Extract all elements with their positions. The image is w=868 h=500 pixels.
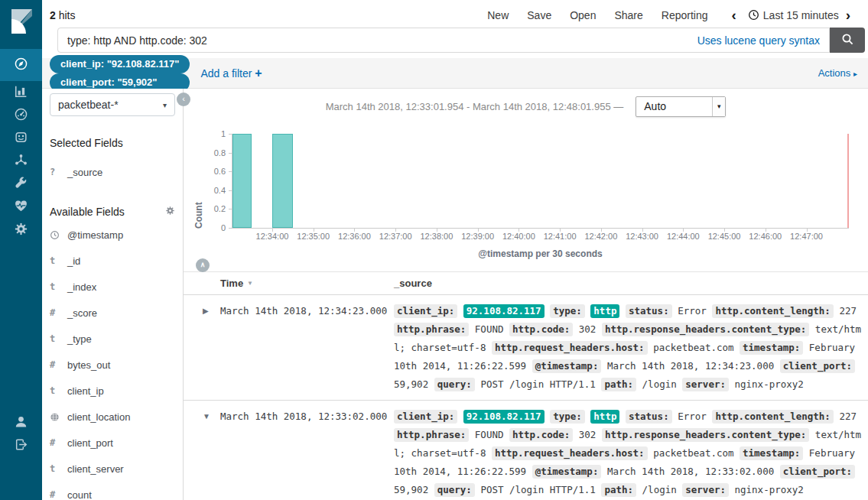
x-tick-label: 12:37:00	[379, 232, 412, 241]
nav-item-dev-tools[interactable]	[0, 173, 42, 196]
mask-icon	[14, 130, 28, 148]
table-row: ▼March 14th 2018, 12:33:02.000client_ip:…	[184, 401, 868, 500]
collapse-row-icon[interactable]: ▼	[203, 412, 210, 420]
field-key-badge: http.phrase:	[394, 428, 469, 442]
field-key-badge: client_port:	[780, 359, 855, 373]
field-type-icon: t	[50, 333, 67, 344]
nav-item-monitoring[interactable]	[0, 196, 42, 219]
field-key-badge: http.content_length:	[712, 410, 834, 424]
x-tick-label: 12:34:00	[256, 232, 289, 241]
field-key-badge: path:	[601, 378, 636, 391]
chart-header: March 14th 2018, 12:33:01.954 - March 14…	[184, 96, 868, 117]
globe-icon	[50, 412, 67, 422]
lucene-syntax-link[interactable]: Uses lucene query syntax	[697, 34, 820, 47]
field-type-icon: #	[50, 437, 67, 448]
gauge-icon	[14, 107, 28, 125]
index-pattern-selector[interactable]: packetbeat-* ▾	[50, 93, 175, 116]
plus-icon: +	[255, 67, 262, 80]
field-item-count[interactable]: #count	[50, 482, 175, 500]
filter-pill-0[interactable]: client_ip: "92.108.82.117"	[50, 55, 190, 73]
field-type-icon: t	[50, 281, 67, 292]
y-tick-label: 0.4	[201, 186, 226, 195]
exit-icon	[14, 437, 28, 455]
search-button[interactable]	[830, 28, 865, 53]
field-item-clientport[interactable]: #client_port	[50, 430, 175, 456]
nav-item-machine-learning[interactable]	[0, 150, 42, 173]
kibana-logo[interactable]	[0, 0, 42, 42]
field-key-badge: client_ip:	[394, 410, 457, 424]
field-item-source[interactable]: ?_source	[50, 159, 175, 185]
field-item-timestamp[interactable]: @timestamp	[50, 222, 175, 248]
fields-sidebar: packetbeat-* ▾ Selected Fields ?_source …	[42, 89, 184, 500]
field-value: packetbeat.com	[653, 447, 733, 459]
time-column-header[interactable]: Time▼	[220, 278, 394, 289]
nav-item-dashboard[interactable]	[0, 104, 42, 127]
y-tick-label: 0.6	[201, 167, 226, 176]
user-icon	[14, 414, 28, 432]
field-value: /login	[642, 484, 677, 495]
field-value: Error	[678, 411, 707, 422]
x-axis-label: @timestamp per 30 seconds	[232, 248, 849, 259]
field-item-id[interactable]: t_id	[50, 248, 175, 274]
histogram-bar[interactable]	[232, 134, 252, 228]
filter-pills: client_ip: "92.108.82.117"client_port: "…	[50, 55, 199, 92]
field-item-clientip[interactable]: tclient_ip	[50, 378, 175, 404]
heartbeat-icon	[14, 199, 28, 216]
field-name: @timestamp	[67, 229, 123, 241]
nav-item-management[interactable]	[0, 219, 42, 242]
nav-item-discover[interactable]	[0, 49, 42, 81]
time-range-button[interactable]: Last 15 minutes	[763, 9, 839, 21]
field-item-type[interactable]: t_type	[50, 326, 175, 352]
highlighted-value: http	[590, 410, 619, 424]
index-pattern-name: packetbeat-*	[58, 99, 119, 111]
field-item-clientlocation[interactable]: client_location	[50, 404, 175, 430]
filter-actions-button[interactable]: Actions ▸	[818, 67, 857, 79]
time-picker: ‹ Last 15 minutes ›	[725, 8, 858, 22]
x-tick-label: 12:36:00	[338, 232, 371, 241]
histogram-bar[interactable]	[272, 134, 293, 228]
nav-item-timelion[interactable]	[0, 127, 42, 150]
collapse-chart-button[interactable]: ∧	[196, 258, 210, 272]
nav-item-logout[interactable]	[0, 434, 42, 457]
menu-reporting-button[interactable]: Reporting	[662, 9, 708, 21]
field-item-clientserver[interactable]: tclient_server	[50, 456, 175, 482]
time-forward-button[interactable]: ›	[839, 8, 857, 22]
highlighted-value: http	[590, 304, 619, 318]
expand-row-icon[interactable]: ▶	[203, 307, 209, 315]
nav-item-account[interactable]	[0, 411, 42, 434]
field-settings-gear-icon[interactable]	[165, 206, 175, 218]
add-filter-button[interactable]: Add a filter +	[200, 67, 262, 80]
menu-save-button[interactable]: Save	[527, 9, 551, 21]
menu-new-button[interactable]: New	[487, 9, 509, 21]
x-tick-label: 12:46:00	[749, 232, 782, 241]
collapse-sidebar-button[interactable]: ‹	[177, 93, 190, 106]
field-item-score[interactable]: #_score	[50, 300, 175, 326]
field-key-badge: type:	[550, 304, 585, 318]
y-tick-label: 1	[201, 129, 226, 138]
expand-cell: ▶	[184, 302, 220, 394]
x-tick-label: 12:44:00	[667, 232, 700, 241]
time-back-button[interactable]: ‹	[725, 8, 743, 22]
field-key-badge: query:	[434, 483, 475, 497]
search-input[interactable]	[58, 34, 697, 47]
field-type-icon: ?	[50, 167, 67, 177]
field-item-bytesout[interactable]: #bytes_out	[50, 352, 175, 378]
field-value: FOUND	[475, 323, 504, 335]
field-name: client_ip	[67, 385, 104, 397]
discover-panel: ‹ March 14th 2018, 12:33:01.954 - March …	[184, 89, 868, 500]
menu-open-button[interactable]: Open	[570, 9, 596, 21]
navbar-bottom-items	[0, 411, 42, 500]
filter-bar: client_ip: "92.108.82.117"client_port: "…	[42, 58, 868, 89]
available-fields-list: @timestampt_idt_index#_scoret_type#bytes…	[50, 222, 175, 500]
nav-item-visualize[interactable]	[0, 81, 42, 104]
field-key-badge: http.request_headers.host:	[492, 341, 648, 355]
hits-label: hits	[59, 9, 76, 21]
field-name: _source	[67, 167, 102, 178]
field-item-index[interactable]: t_index	[50, 274, 175, 300]
source-column-header: _source	[394, 278, 868, 289]
field-value: POST /login HTTP/1.1	[480, 378, 596, 390]
field-key-badge: http.code:	[509, 323, 573, 336]
interval-select[interactable]: Auto ▾	[636, 96, 726, 117]
field-value: packetbeat.com	[653, 342, 733, 353]
menu-share-button[interactable]: Share	[614, 9, 642, 21]
